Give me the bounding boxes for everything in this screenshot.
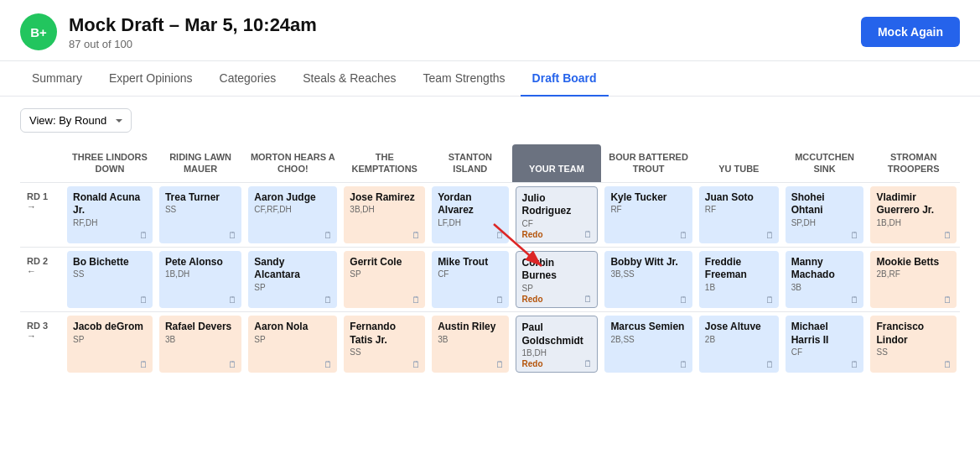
mock-again-button[interactable]: Mock Again: [861, 17, 960, 47]
note-icon[interactable]: 🗒: [228, 359, 237, 369]
player-pos: 3B,SS: [610, 269, 686, 279]
player-pos: SS: [350, 347, 419, 357]
player-name: Michael Harris II: [791, 321, 858, 347]
page-title: Mock Draft – Mar 5, 10:24am: [69, 14, 317, 36]
note-icon[interactable]: 🗒: [850, 359, 859, 369]
redo-badge[interactable]: Redo: [522, 295, 592, 304]
pick-card-rd3-2: Aaron NolaSP🗒: [248, 316, 337, 373]
note-icon[interactable]: 🗒: [679, 295, 688, 305]
note-icon[interactable]: 🗒: [943, 230, 952, 240]
player-name: Bo Bichette: [73, 256, 147, 269]
note-icon[interactable]: 🗒: [765, 230, 775, 240]
player-pos: 1B,DH: [876, 218, 951, 227]
note-icon[interactable]: 🗒: [412, 230, 421, 240]
nav-team-strengths[interactable]: Team Strengths: [412, 61, 517, 97]
note-icon[interactable]: 🗒: [139, 359, 148, 369]
player-name: Fernando Tatis Jr.: [350, 321, 419, 347]
pick-cell-rd2-2: Sandy AlcantaraSP🗒: [245, 247, 340, 311]
note-icon[interactable]: 🗒: [495, 359, 505, 369]
pick-card-rd2-0: Bo BichetteSS🗒: [67, 251, 153, 308]
player-pos: SP: [350, 269, 419, 279]
player-name: Gerrit Cole: [350, 256, 419, 269]
pick-cell-rd1-2: Aaron JudgeCF,RF,DH🗒: [245, 182, 340, 247]
pick-cell-rd3-6: Marcus Semien2B,SS🗒: [601, 311, 695, 376]
pick-card-rd3-7: Jose Altuve2B🗒: [699, 316, 779, 373]
nav-draft-board[interactable]: Draft Board: [521, 61, 609, 97]
pick-card-rd2-8: Manny Machado3B🗒: [786, 251, 864, 308]
pick-card-rd3-5: Paul Goldschmidt1B,DHRedo🗒: [516, 316, 599, 373]
player-name: Corbin Burnes: [522, 257, 592, 283]
page-subtitle: 87 out of 100: [69, 38, 317, 50]
note-icon[interactable]: 🗒: [943, 295, 952, 305]
pick-card-rd3-1: Rafael Devers3B🗒: [159, 316, 241, 373]
player-name: Jose Altuve: [705, 321, 773, 334]
redo-badge[interactable]: Redo: [522, 230, 592, 239]
view-select[interactable]: View: By Round View: By Pick View: Snake: [20, 108, 132, 133]
note-icon[interactable]: 🗒: [943, 359, 952, 369]
note-icon[interactable]: 🗒: [495, 230, 505, 240]
pick-cell-rd1-6: Kyle TuckerRF🗒: [601, 182, 695, 247]
note-icon[interactable]: 🗒: [228, 295, 237, 305]
player-pos: SP: [73, 335, 147, 344]
round-label-rd2: RD 2←: [20, 247, 64, 311]
player-pos: RF,DH: [73, 218, 147, 227]
note-icon[interactable]: 🗒: [679, 230, 688, 240]
note-icon[interactable]: 🗒: [324, 230, 333, 240]
pick-card-rd1-1: Trea TurnerSS🗒: [159, 186, 241, 243]
player-name: Freddie Freeman: [705, 256, 773, 282]
redo-badge[interactable]: Redo: [522, 359, 592, 368]
round-row-rd3: RD 3→Jacob deGromSP🗒Rafael Devers3B🗒Aaro…: [20, 311, 960, 376]
nav-expert-opinions[interactable]: Expert Opinions: [97, 61, 205, 97]
player-pos: 3B: [438, 335, 502, 344]
pick-card-rd1-3: Jose Ramirez3B,DH🗒: [344, 186, 425, 243]
note-icon[interactable]: 🗒: [765, 295, 775, 305]
pick-cell-rd2-9: Mookie Betts2B,RF🗒: [867, 247, 960, 311]
pick-cell-rd3-8: Michael Harris IICF🗒: [782, 311, 868, 376]
player-name: Austin Riley: [438, 321, 502, 334]
nav-categories[interactable]: Categories: [208, 61, 288, 97]
player-pos: CF: [522, 219, 592, 228]
note-icon[interactable]: 🗒: [412, 359, 421, 369]
note-icon[interactable]: 🗒: [765, 359, 775, 369]
note-icon[interactable]: 🗒: [324, 359, 333, 369]
draft-board: THREE LINDORS DOWN RIDING LAWN MAUER MOR…: [0, 144, 980, 393]
note-icon[interactable]: 🗒: [583, 358, 593, 368]
round-row-rd2: RD 2←Bo BichetteSS🗒Pete Alonso1B,DH🗒Sand…: [20, 247, 960, 311]
player-name: Pete Alonso: [165, 256, 236, 269]
pick-cell-rd3-1: Rafael Devers3B🗒: [156, 311, 245, 376]
pick-cell-rd3-2: Aaron NolaSP🗒: [245, 311, 340, 376]
main-nav: Summary Expert Opinions Categories Steal…: [0, 61, 980, 97]
note-icon[interactable]: 🗒: [583, 294, 593, 304]
note-icon[interactable]: 🗒: [139, 295, 148, 305]
pick-cell-rd1-1: Trea TurnerSS🗒: [156, 182, 245, 247]
team-header-0: THREE LINDORS DOWN: [64, 144, 156, 182]
note-icon[interactable]: 🗒: [324, 295, 333, 305]
team-header-9: STROMAN TROOPERS: [867, 144, 960, 182]
note-icon[interactable]: 🗒: [850, 230, 859, 240]
player-pos: CF: [438, 269, 502, 279]
player-pos: SP: [254, 335, 331, 344]
player-name: Jacob deGrom: [73, 321, 147, 334]
note-icon[interactable]: 🗒: [495, 295, 505, 305]
nav-summary[interactable]: Summary: [20, 61, 94, 97]
pick-card-rd2-6: Bobby Witt Jr.3B,SS🗒: [604, 251, 692, 308]
pick-card-rd3-8: Michael Harris IICF🗒: [786, 316, 864, 373]
pick-card-rd2-3: Gerrit ColeSP🗒: [344, 251, 425, 308]
note-icon[interactable]: 🗒: [412, 295, 421, 305]
note-icon[interactable]: 🗒: [139, 230, 148, 240]
note-icon[interactable]: 🗒: [850, 295, 859, 305]
pick-card-rd3-0: Jacob deGromSP🗒: [67, 316, 153, 373]
note-icon[interactable]: 🗒: [583, 229, 593, 239]
pick-card-rd2-4: Mike TroutCF🗒: [432, 251, 508, 308]
team-header-7: YU TUBE: [696, 144, 782, 182]
note-icon[interactable]: 🗒: [228, 230, 237, 240]
pick-card-rd3-3: Fernando Tatis Jr.SS🗒: [344, 316, 425, 373]
controls-bar: View: By Round View: By Pick View: Snake: [0, 97, 980, 144]
player-name: Shohei Ohtani: [791, 191, 858, 217]
nav-steals-reaches[interactable]: Steals & Reaches: [291, 61, 407, 97]
player-name: Yordan Alvarez: [438, 191, 502, 217]
round-label-rd3: RD 3→: [20, 311, 64, 376]
note-icon[interactable]: 🗒: [679, 359, 688, 369]
pick-cell-rd2-5: Corbin BurnesSPRedo🗒: [512, 247, 602, 311]
pick-card-rd2-1: Pete Alonso1B,DH🗒: [159, 251, 241, 308]
